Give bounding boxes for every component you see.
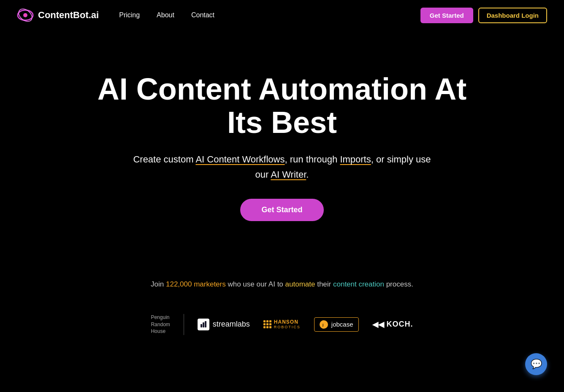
streamlabs-icon (198, 319, 209, 330)
koch-text: KOCH. (387, 320, 413, 329)
penguin-name: PenguinRandomHouse (151, 314, 170, 335)
hanson-dot (269, 326, 271, 328)
logo-divider-1 (184, 314, 184, 335)
nav-links: Pricing About Contact (119, 11, 214, 19)
social-proof-text3: their (315, 280, 333, 288)
brand-streamlabs: streamlabs (198, 319, 250, 330)
svg-rect-4 (201, 324, 202, 327)
chat-widget-button[interactable]: 💬 (525, 353, 547, 375)
svg-text:j: j (322, 323, 323, 327)
brand-penguin: PenguinRandomHouse (151, 314, 170, 335)
svg-point-3 (24, 14, 27, 16)
hanson-dot (269, 323, 271, 325)
hero-subtitle-text1: Create custom (133, 154, 195, 165)
hero-link-ai-writer[interactable]: AI Writer (271, 169, 306, 180)
nav-link-contact[interactable]: Contact (191, 11, 214, 19)
social-proof-text2: who use our AI to (226, 280, 285, 288)
get-started-nav-button[interactable]: Get Started (420, 8, 473, 23)
svg-rect-6 (205, 321, 206, 327)
hanson-dot (263, 323, 266, 325)
logo-text: ContentBot.ai (38, 10, 99, 21)
hero-subtitle: Create custom AI Content Workflows, run … (122, 152, 442, 181)
social-proof-text: Join 122,000 marketers who use our AI to… (151, 280, 413, 289)
streamlabs-svg (200, 321, 207, 328)
jobcase-icon: j (320, 320, 328, 329)
hanson-dot (266, 323, 268, 325)
hero-subtitle-text2: , run through (285, 154, 340, 165)
nav-right: Get Started Dashboard Login (420, 8, 547, 23)
hero-subtitle-text4: . (306, 169, 309, 180)
brand-hanson: HANSON ROBOTICS (263, 319, 301, 329)
nav-left: ContentBot.ai Pricing About Contact (17, 7, 214, 24)
social-proof-text1: Join (151, 280, 166, 288)
hanson-grid-icon (263, 320, 271, 328)
chat-widget-icon: 💬 (531, 359, 542, 370)
social-proof-automate: automate (285, 280, 315, 288)
get-started-hero-button[interactable]: Get Started (240, 199, 323, 221)
nav-link-about[interactable]: About (157, 11, 174, 19)
hanson-name: HANSON (274, 319, 301, 325)
brand-jobcase: j jobcase (314, 317, 359, 332)
jobcase-text: jobcase (331, 321, 353, 328)
hanson-sub: ROBOTICS (274, 325, 301, 330)
koch-arrow-1: ◀◀ (372, 320, 384, 329)
koch-arrows-icon: ◀◀ (372, 320, 384, 329)
streamlabs-text: streamlabs (213, 320, 250, 329)
brand-koch: ◀◀ KOCH. (372, 320, 413, 329)
hanson-dot (263, 320, 266, 322)
hero-section: AI Content Automation At Its Best Create… (0, 30, 564, 280)
logo-link[interactable]: ContentBot.ai (17, 7, 99, 24)
nav-item-about[interactable]: About (157, 11, 174, 19)
hanson-dot (266, 326, 268, 328)
hanson-text: HANSON ROBOTICS (274, 319, 301, 329)
hanson-dot (263, 326, 266, 328)
hanson-dot (269, 320, 271, 322)
hero-link-workflows[interactable]: AI Content Workflows (195, 154, 285, 165)
hero-link-imports[interactable]: Imports (340, 154, 371, 165)
logo-icon (17, 7, 34, 24)
svg-rect-5 (203, 322, 204, 327)
hero-title: AI Content Automation At Its Best (92, 73, 472, 139)
nav-item-contact[interactable]: Contact (191, 11, 214, 19)
svg-marker-7 (321, 322, 326, 327)
social-proof-text4: process. (384, 280, 413, 288)
hanson-dot (266, 320, 268, 322)
social-proof-section: Join 122,000 marketers who use our AI to… (0, 280, 564, 369)
brand-logos-row: PenguinRandomHouse streamlabs (151, 305, 413, 343)
nav-item-pricing[interactable]: Pricing (119, 11, 140, 19)
jobcase-svg: j (321, 322, 327, 327)
nav-link-pricing[interactable]: Pricing (119, 11, 140, 19)
navbar: ContentBot.ai Pricing About Contact Get … (0, 0, 564, 30)
dashboard-login-button[interactable]: Dashboard Login (478, 8, 547, 23)
social-proof-content: content creation (333, 280, 384, 288)
social-proof-count: 122,000 marketers (166, 280, 226, 288)
